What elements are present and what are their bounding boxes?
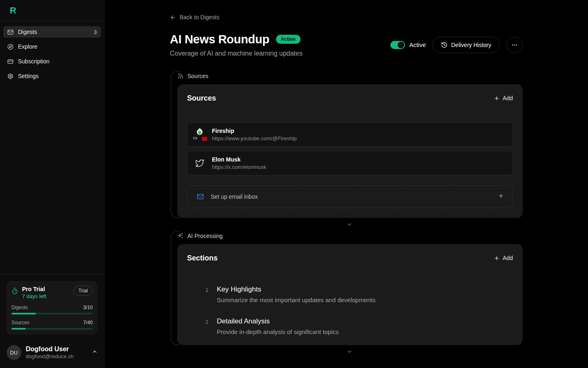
plus-icon bbox=[494, 255, 500, 261]
gear-icon bbox=[7, 73, 13, 79]
credit-card-icon bbox=[7, 58, 13, 65]
sources-progress-bar bbox=[11, 328, 93, 330]
mail-icon bbox=[7, 29, 13, 35]
usage-value: 3/10 bbox=[83, 305, 93, 310]
avatar-alt-text: Fir bbox=[193, 136, 198, 140]
trial-badge[interactable]: Trial bbox=[74, 286, 93, 296]
rss-icon bbox=[177, 73, 184, 79]
delivery-history-label: Delivery History bbox=[451, 42, 491, 48]
usage-value: 7/40 bbox=[83, 320, 93, 325]
source-url: https://www.youtube.com/@Fireship bbox=[212, 135, 297, 141]
main-content: Back to Digests AI News Roundup Active C… bbox=[105, 0, 588, 368]
add-section-button[interactable]: Add bbox=[494, 255, 513, 261]
sidebar-item-explore[interactable]: Explore bbox=[3, 41, 101, 52]
sidebar-item-label: Subscription bbox=[18, 58, 49, 65]
source-row-elon-musk[interactable]: Elon Musk https://x.com/elonmusk bbox=[187, 151, 513, 175]
page-header: AI News Roundup Active Coverage of AI an… bbox=[170, 33, 523, 57]
sidebar-item-digests[interactable]: Digests 3 bbox=[3, 26, 101, 38]
toggle-label: Active bbox=[409, 41, 426, 48]
sidebar-item-label: Digests bbox=[18, 29, 37, 35]
page-title: AI News Roundup bbox=[170, 33, 270, 46]
sections-card-title: Sections bbox=[187, 254, 218, 263]
trial-title: Pro Trial bbox=[22, 286, 46, 292]
digests-count-badge: 3 bbox=[94, 29, 97, 35]
sources-section: Sources Sources Add Fir bbox=[171, 71, 523, 218]
section-number: 1 bbox=[205, 285, 212, 303]
source-name: Fireship bbox=[212, 128, 297, 134]
progress-fill bbox=[11, 313, 36, 314]
page-subtitle: Coverage of AI and machine learning upda… bbox=[170, 50, 303, 57]
sidebar-item-label: Explore bbox=[18, 43, 37, 50]
sidebar-item-settings[interactable]: Settings bbox=[3, 70, 101, 82]
sidebar-item-label: Settings bbox=[18, 73, 39, 79]
ai-processing-section-label: AI Processing bbox=[177, 231, 523, 239]
trial-days-left: 7 days left bbox=[22, 293, 46, 299]
sources-collapse-control[interactable] bbox=[170, 218, 523, 231]
back-to-digests-link[interactable]: Back to Digests bbox=[170, 14, 219, 20]
add-source-button[interactable]: Add bbox=[494, 95, 513, 101]
user-email: dogfood@reduce.sh bbox=[26, 353, 74, 359]
sparkles-icon bbox=[177, 233, 184, 239]
sidebar-spacer bbox=[0, 87, 104, 274]
sidebar-item-subscription[interactable]: Subscription bbox=[3, 56, 101, 67]
toggle-track[interactable] bbox=[390, 41, 405, 49]
chevron-down-icon bbox=[346, 348, 353, 355]
section-label-text: Sources bbox=[187, 73, 208, 79]
sources-card: Sources Add Fir Fireship bbox=[177, 84, 523, 218]
sidebar-bottom: Pro Trial 7 days left Trial Digests 3/10… bbox=[0, 274, 104, 368]
sources-card-title: Sources bbox=[187, 94, 216, 103]
ai-processing-collapse-control[interactable] bbox=[170, 345, 523, 358]
user-menu[interactable]: DU Dogfood User dogfood@reduce.sh bbox=[0, 341, 104, 368]
plus-icon[interactable] bbox=[498, 193, 504, 201]
compass-icon bbox=[7, 44, 13, 50]
youtube-icon bbox=[201, 136, 208, 141]
history-icon bbox=[441, 42, 448, 48]
timer-icon bbox=[11, 287, 18, 294]
section-description: Provide in-depth analysis of significant… bbox=[217, 328, 339, 335]
email-inbox-label: Set up email inbox bbox=[211, 193, 258, 200]
sections-card: Sections Add 1 Key Highlights Summarize … bbox=[177, 244, 523, 345]
digests-progress-bar bbox=[11, 313, 93, 314]
usage-label: Sources bbox=[11, 320, 29, 325]
chevron-down-icon bbox=[346, 221, 353, 228]
delivery-history-button[interactable]: Delivery History bbox=[432, 37, 500, 53]
usage-digests: Digests 3/10 bbox=[11, 305, 93, 314]
usage-sources: Sources 7/40 bbox=[11, 320, 93, 330]
source-name: Elon Musk bbox=[212, 156, 266, 163]
chevron-up-icon bbox=[92, 349, 98, 356]
ellipsis-icon bbox=[511, 42, 518, 48]
section-title: Detailed Analysis bbox=[217, 317, 339, 325]
section-label-text: AI Processing bbox=[187, 233, 223, 239]
digest-section-item[interactable]: 1 Key Highlights Summarize the most impo… bbox=[205, 285, 513, 303]
add-button-label: Add bbox=[503, 95, 513, 101]
section-description: Summarize the most important updates and… bbox=[217, 296, 376, 303]
usage-label: Digests bbox=[11, 305, 28, 310]
arrow-left-icon bbox=[170, 14, 176, 20]
app-logo: R bbox=[10, 6, 16, 15]
add-button-label: Add bbox=[503, 255, 513, 261]
more-actions-button[interactable] bbox=[506, 37, 523, 53]
mail-icon bbox=[197, 193, 204, 200]
twitter-icon bbox=[193, 159, 206, 168]
ai-processing-section: AI Processing Sections Add 1 Key Highlig… bbox=[171, 231, 523, 345]
source-row-fireship[interactable]: Fir Fireship https://www.youtube.com/@Fi… bbox=[187, 122, 513, 147]
digest-section-item[interactable]: 2 Detailed Analysis Provide in-depth ana… bbox=[205, 317, 513, 335]
sources-section-label: Sources bbox=[177, 71, 523, 79]
flame-image bbox=[196, 128, 204, 135]
back-link-label: Back to Digests bbox=[180, 14, 219, 20]
section-number: 2 bbox=[205, 317, 212, 335]
avatar: DU bbox=[7, 345, 21, 360]
section-title: Key Highlights bbox=[217, 285, 376, 294]
logo-area[interactable]: R bbox=[0, 0, 104, 21]
sidebar-nav: Digests 3 Explore Subscription Settings bbox=[0, 21, 104, 87]
progress-fill bbox=[11, 328, 26, 330]
setup-email-inbox-row[interactable]: Set up email inbox bbox=[187, 185, 513, 208]
status-badge: Active bbox=[276, 35, 301, 44]
toggle-knob bbox=[398, 42, 404, 48]
plus-icon bbox=[494, 95, 500, 101]
user-name: Dogfood User bbox=[26, 346, 74, 353]
fireship-avatar: Fir bbox=[193, 128, 206, 141]
sidebar: R Digests 3 Explore Subscription Setting… bbox=[0, 0, 105, 368]
source-url: https://x.com/elonmusk bbox=[212, 164, 266, 170]
active-toggle[interactable]: Active bbox=[390, 41, 426, 49]
